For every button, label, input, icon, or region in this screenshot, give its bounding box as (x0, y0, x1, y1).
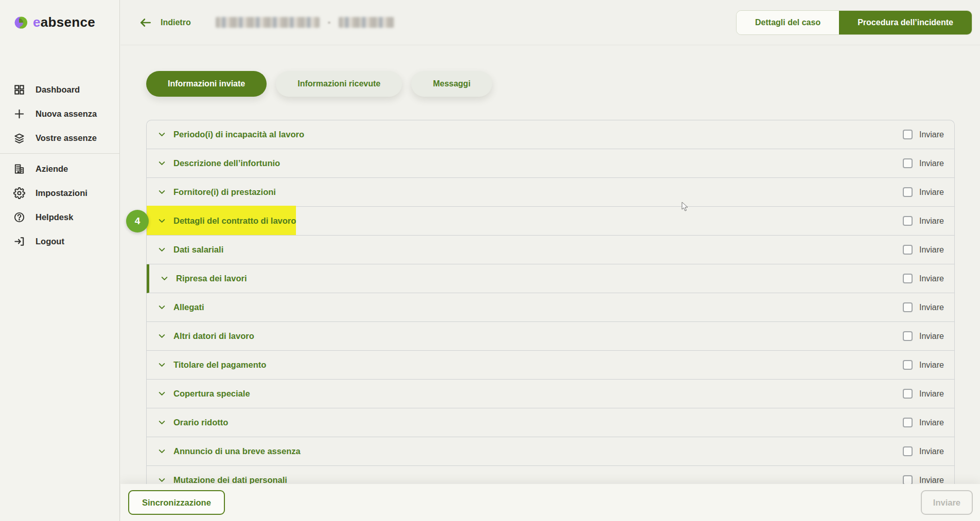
brand-wordmark-rest: absence (41, 14, 95, 30)
redacted-number-block (339, 17, 394, 28)
send-checkbox[interactable] (903, 130, 913, 139)
chevron-down-icon (157, 418, 167, 427)
section-row[interactable]: Descrizione dell’infortunio Inviare (147, 149, 954, 178)
pill-tab-messaggi[interactable]: Messaggi (411, 71, 492, 97)
section-send-control: Inviare (903, 274, 944, 283)
sidebar-item-label: Aziende (36, 164, 68, 174)
section-row[interactable]: Ripresa dei lavori Inviare (147, 264, 954, 293)
sidebar-item-impostazioni[interactable]: Impostazioni (0, 181, 119, 205)
header-tab-dettagli-del-caso[interactable]: Dettagli del caso (737, 11, 839, 34)
chevron-down-icon (157, 158, 167, 168)
send-checkbox-label: Inviare (919, 332, 944, 341)
case-title-redacted (216, 17, 394, 28)
section-label: Orario ridotto (173, 418, 228, 427)
sidebar-item-label: Logout (36, 237, 64, 246)
section-row[interactable]: Allegati Inviare (147, 293, 954, 322)
section-row[interactable]: 4 Dettagli del contratto di lavoro Invia… (147, 207, 954, 236)
section-label: Altri datori di lavoro (173, 331, 254, 341)
sidebar-item-vostre-assenze[interactable]: Vostre assenze (0, 126, 119, 150)
back-button[interactable]: Indietro (139, 16, 191, 29)
section-row[interactable]: Fornitore(i) di prestazioni Inviare (147, 178, 954, 207)
sync-button[interactable]: Sincronizzazione (128, 490, 225, 515)
send-checkbox[interactable] (903, 446, 913, 456)
send-checkbox[interactable] (903, 331, 913, 341)
layers-icon (13, 132, 25, 144)
send-checkbox-label: Inviare (919, 130, 944, 139)
send-checkbox[interactable] (903, 187, 913, 197)
section-row[interactable]: Periodo(i) di incapacità al lavoro Invia… (147, 120, 954, 149)
send-checkbox[interactable] (903, 245, 913, 255)
send-checkbox[interactable] (903, 418, 913, 427)
sidebar-item-aziende[interactable]: Aziende (0, 157, 119, 181)
header-tab-group: Dettagli del casoProcedura dell’incident… (736, 10, 972, 35)
sidebar: eabsence Dashboard Nuova assenza Vostre … (0, 0, 120, 521)
chevron-down-icon (157, 446, 167, 456)
send-checkbox[interactable] (903, 274, 913, 283)
sidebar-item-label: Helpdesk (36, 212, 73, 222)
gear-icon (13, 187, 25, 199)
send-checkbox-label: Inviare (919, 476, 944, 485)
sidebar-item-label: Vostre assenze (36, 133, 97, 143)
section-row[interactable]: Orario ridotto Inviare (147, 408, 954, 437)
section-row[interactable]: Dati salariali Inviare (147, 236, 954, 264)
section-label: Titolare del pagamento (173, 360, 266, 370)
send-checkbox-label: Inviare (919, 389, 944, 399)
chevron-down-icon (157, 302, 167, 312)
back-label: Indietro (161, 18, 191, 27)
sidebar-divider (0, 153, 119, 154)
chevron-down-icon (157, 331, 167, 341)
section-row[interactable]: Titolare del pagamento Inviare (147, 351, 954, 380)
redacted-separator (328, 22, 330, 24)
section-label: Allegati (173, 302, 204, 312)
chevron-down-icon (157, 389, 167, 399)
section-send-control: Inviare (903, 331, 944, 341)
send-checkbox[interactable] (903, 360, 913, 370)
plus-icon (13, 108, 25, 120)
send-checkbox[interactable] (903, 302, 913, 312)
send-button[interactable]: Inviare (921, 490, 973, 515)
chevron-down-icon (157, 216, 167, 226)
section-label: Dati salariali (173, 245, 223, 255)
send-checkbox-label: Inviare (919, 159, 944, 168)
pill-tab-informazioni-inviate[interactable]: Informazioni inviate (146, 71, 267, 97)
section-row[interactable]: Annuncio di una breve assenza Inviare (147, 437, 954, 466)
pill-tab-informazioni-ricevute[interactable]: Informazioni ricevute (276, 71, 402, 97)
brand-wordmark-e: e (33, 14, 41, 30)
section-send-control: Inviare (903, 158, 944, 168)
send-checkbox-label: Inviare (919, 217, 944, 226)
send-checkbox[interactable] (903, 389, 913, 399)
info-tab-pills: Informazioni inviateInformazioni ricevut… (146, 71, 980, 97)
brand-logo[interactable]: eabsence (0, 0, 119, 30)
section-row[interactable]: Altri datori di lavoro Inviare (147, 322, 954, 351)
send-checkbox[interactable] (903, 216, 913, 226)
send-checkbox-label: Inviare (919, 361, 944, 370)
sections-accordion: Periodo(i) di incapacità al lavoro Invia… (146, 120, 955, 495)
section-send-control: Inviare (903, 187, 944, 197)
header-tab-procedura-incidente[interactable]: Procedura dell’incidente (839, 11, 972, 34)
page-header: Indietro Dettagli del casoProcedura dell… (120, 0, 980, 45)
sidebar-item-label: Dashboard (36, 85, 80, 95)
section-send-control: Inviare (903, 360, 944, 370)
help-circle-icon (13, 211, 25, 223)
section-send-control: Inviare (903, 245, 944, 255)
dashboard-grid-icon (13, 84, 25, 96)
section-row[interactable]: Copertura speciale Inviare (147, 380, 954, 408)
send-checkbox-label: Inviare (919, 447, 944, 456)
section-label: Dettagli del contratto di lavoro (173, 216, 296, 226)
section-send-control: Inviare (903, 418, 944, 427)
sidebar-item-nuova-assenza[interactable]: Nuova assenza (0, 102, 119, 126)
sidebar-item-logout[interactable]: Logout (0, 229, 119, 254)
section-send-control: Inviare (903, 130, 944, 139)
logout-icon (13, 236, 25, 247)
send-checkbox[interactable] (903, 158, 913, 168)
sidebar-item-dashboard[interactable]: Dashboard (0, 78, 119, 102)
send-checkbox-label: Inviare (919, 245, 944, 255)
sidebar-item-helpdesk[interactable]: Helpdesk (0, 205, 119, 229)
eabsence-logo-icon (13, 15, 28, 30)
brand-wordmark: eabsence (33, 14, 95, 30)
redacted-name-block (216, 17, 320, 28)
arrow-left-icon (139, 16, 152, 29)
section-label: Copertura speciale (173, 389, 250, 399)
section-label: Ripresa dei lavori (176, 274, 247, 283)
section-label: Fornitore(i) di prestazioni (173, 187, 276, 197)
